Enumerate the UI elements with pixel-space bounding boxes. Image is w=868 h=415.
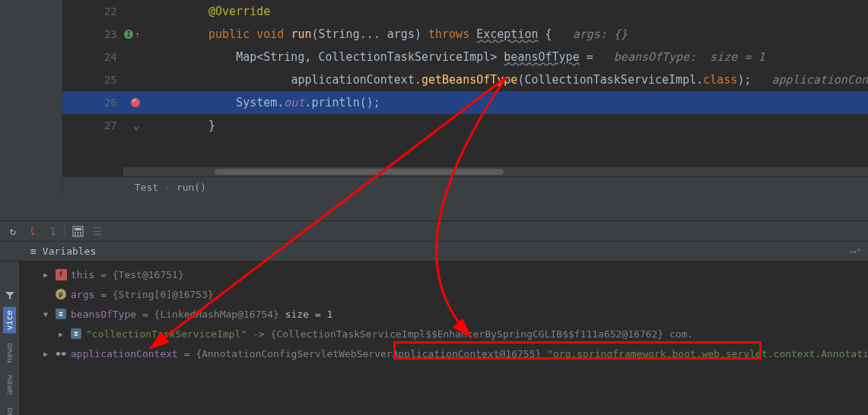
expand-right-icon[interactable]: ▶: [59, 330, 69, 338]
override-up-icon[interactable]: ↑: [135, 30, 140, 40]
debug-toolbar: ↻ ⤹ ⤵ ☰: [0, 220, 868, 242]
breadcrumb-class[interactable]: Test: [135, 182, 158, 193]
map-entry-icon: ≡: [69, 328, 83, 339]
line-number[interactable]: 24: [62, 51, 123, 63]
implements-icon[interactable]: I: [124, 30, 133, 39]
variables-panel-header: ≡ Variables ⟶⁺: [0, 242, 868, 261]
svg-rect-1: [75, 228, 81, 230]
code-editor[interactable]: 22 @Override23I↑ public void run(String.…: [62, 0, 868, 198]
panel-settings-icon[interactable]: ⟶⁺: [850, 246, 862, 257]
step-into-blue-icon[interactable]: ⤵: [43, 221, 62, 241]
line-content[interactable]: Map<String, CollectionTaskServiceImpl> b…: [123, 50, 765, 64]
line-number[interactable]: 25: [62, 74, 123, 86]
debug-side-tabs: vice newo amew k.boo k.boo: [0, 261, 20, 415]
breadcrumb-method[interactable]: run(): [176, 182, 206, 193]
code-line[interactable]: 22 @Override: [62, 0, 868, 23]
scrollbar-thumb[interactable]: [215, 169, 504, 175]
variable-row[interactable]: pargs = {String[0]@16753}: [43, 284, 868, 304]
fold-icon[interactable]: ⌄: [133, 119, 139, 131]
variable-row[interactable]: ▼≡beansOfType = {LinkedHashMap@16754} si…: [43, 304, 868, 324]
svg-point-2: [75, 232, 76, 233]
code-line[interactable]: 23I↑ public void run(String... args) thr…: [62, 23, 868, 46]
side-tab[interactable]: amew: [3, 372, 16, 398]
line-number[interactable]: 26: [62, 97, 123, 109]
svg-point-6: [77, 234, 78, 236]
expand-right-icon[interactable]: ▶: [43, 271, 54, 279]
svg-point-7: [80, 234, 81, 236]
breadcrumb[interactable]: Test › run(): [62, 176, 868, 198]
layout-icon[interactable]: ☰: [87, 221, 107, 241]
line-content[interactable]: applicationContext.getBeansOfType(Collec…: [123, 73, 868, 87]
svg-point-4: [80, 232, 81, 233]
editor-horizontal-scrollbar[interactable]: [123, 167, 868, 176]
variable-row[interactable]: ▶≡"collectionTaskServiceImpl" -> {Collec…: [43, 324, 868, 344]
breakpoint-icon[interactable]: [131, 98, 140, 107]
code-line[interactable]: 24 Map<String, CollectionTaskServiceImpl…: [62, 46, 868, 68]
expand-down-icon[interactable]: ▼: [43, 310, 54, 318]
line-number[interactable]: 23I↑: [62, 28, 123, 40]
filter-icon[interactable]: [0, 290, 20, 301]
expand-right-icon[interactable]: ▶: [43, 350, 54, 358]
parameter-icon: p: [54, 289, 68, 299]
map-entry-icon: ≡: [54, 309, 68, 319]
code-line[interactable]: 25 applicationContext.getBeansOfType(Col…: [62, 68, 868, 91]
side-tab[interactable]: vice: [3, 307, 16, 334]
variable-row[interactable]: ▶fthis = {Test@16751}: [43, 265, 868, 284]
side-tab[interactable]: k.boo: [3, 404, 16, 416]
line-content[interactable]: System.out.println();: [123, 96, 380, 109]
watch-icon: 👓: [54, 348, 68, 360]
step-over-red-icon[interactable]: ⤹: [23, 221, 43, 241]
project-sidebar: [0, 0, 62, 198]
restart-icon[interactable]: ↻: [3, 221, 23, 241]
chevron-right-icon: ›: [164, 182, 170, 193]
field-icon: f: [54, 269, 68, 280]
line-number[interactable]: 22: [62, 5, 123, 17]
variables-tree[interactable]: ▶fthis = {Test@16751}pargs = {String[0]@…: [21, 261, 868, 398]
code-line[interactable]: 26 System.out.println();: [62, 91, 868, 114]
variables-title: Variables: [43, 246, 96, 257]
variable-row[interactable]: ▶👓applicationContext = {AnnotationConfig…: [43, 344, 868, 363]
calculator-icon[interactable]: [68, 221, 87, 241]
line-content[interactable]: public void run(String... args) throws E…: [123, 27, 628, 41]
line-content[interactable]: @Override: [123, 5, 271, 18]
svg-point-5: [75, 234, 76, 236]
side-tab[interactable]: newo: [3, 340, 16, 366]
line-number[interactable]: 27⌄: [62, 119, 123, 131]
list-icon: ≡: [30, 246, 37, 257]
svg-point-3: [77, 232, 78, 233]
code-line[interactable]: 27⌄ }: [62, 114, 868, 137]
